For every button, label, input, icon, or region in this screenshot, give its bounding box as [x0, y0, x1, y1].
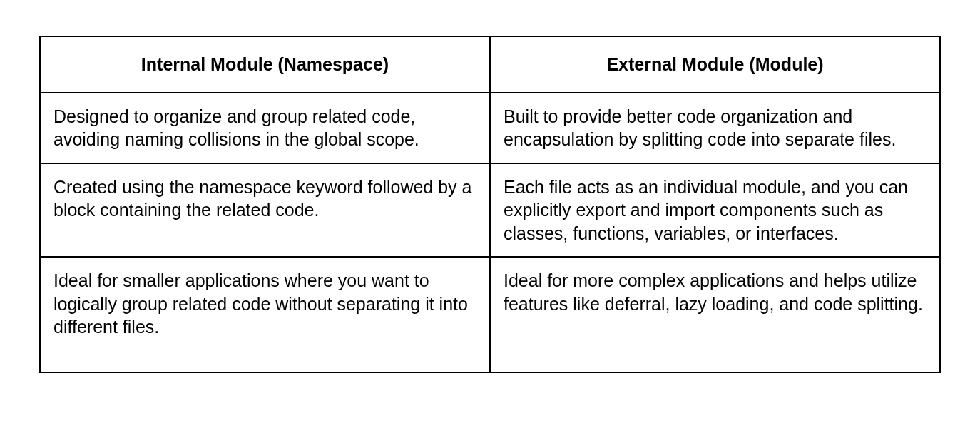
table-row: Designed to organize and group related c… — [40, 93, 940, 163]
cell-internal-3: Ideal for smaller applications where you… — [40, 257, 490, 372]
header-external-module: External Module (Module) — [490, 36, 940, 93]
cell-internal-1: Designed to organize and group related c… — [40, 93, 490, 163]
cell-external-1: Built to provide better code organizatio… — [490, 93, 940, 163]
cell-external-2: Each file acts as an individual module, … — [490, 163, 940, 258]
cell-internal-2: Created using the namespace keyword foll… — [40, 163, 490, 258]
table-row: Created using the namespace keyword foll… — [40, 163, 940, 258]
table-row: Ideal for smaller applications where you… — [40, 257, 940, 372]
cell-external-3: Ideal for more complex applications and … — [490, 257, 940, 372]
comparison-table: Internal Module (Namespace) External Mod… — [39, 36, 941, 373]
header-internal-module: Internal Module (Namespace) — [40, 36, 490, 93]
table-header-row: Internal Module (Namespace) External Mod… — [40, 36, 940, 93]
